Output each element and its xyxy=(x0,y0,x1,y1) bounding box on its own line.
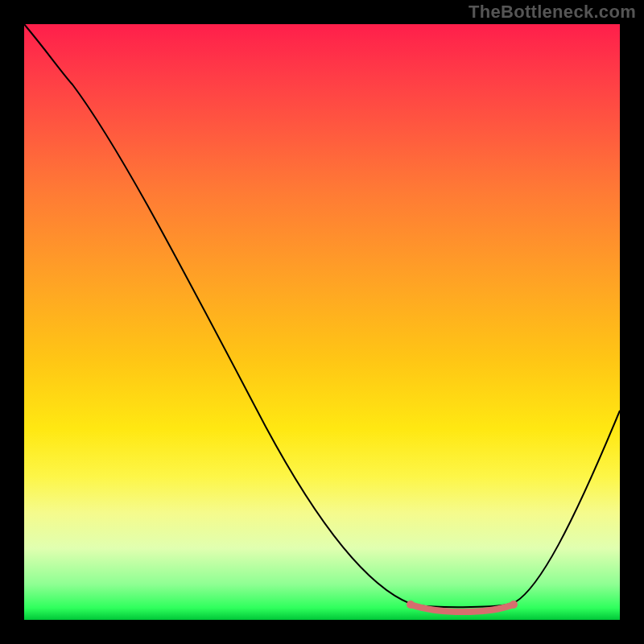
optimal-band xyxy=(411,605,514,612)
band-dot-right xyxy=(510,601,518,609)
chart-svg xyxy=(24,24,620,620)
plot-area xyxy=(24,24,620,620)
watermark-text: TheBottleneck.com xyxy=(469,2,636,23)
chart-frame: TheBottleneck.com xyxy=(0,0,644,644)
bottleneck-curve xyxy=(24,24,620,607)
band-dot-left xyxy=(407,601,415,609)
